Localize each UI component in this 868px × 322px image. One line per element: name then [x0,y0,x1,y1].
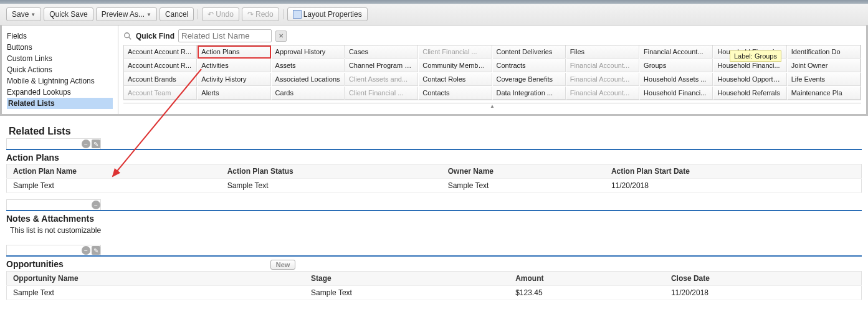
palette-item[interactable]: Content Deliveries [493,45,566,59]
palette-item[interactable]: Identification Do [788,45,861,59]
nav-item-expanded-lookups[interactable]: Expanded Lookups [7,87,113,98]
palette-item[interactable]: Contact Roles [419,73,492,86]
redo-button[interactable]: ↷ Redo [242,7,279,21]
table-row: Sample TextSample Text$123.4511/20/2018 [7,286,862,300]
preview-as-button[interactable]: Preview As... ▼ [96,7,157,21]
palette-panel: Quick Find ✕ Account Account R...Action … [118,26,866,114]
toolbar-divider [198,9,198,19]
undo-label: Undo [216,10,234,19]
remove-icon[interactable]: − [82,246,90,255]
palette-item[interactable]: Joint Owner [788,59,861,72]
svg-point-0 [125,32,130,37]
palette-item[interactable]: Life Events [788,73,861,86]
cell: 11/20/2018 [605,179,862,193]
cancel-button[interactable]: Cancel [160,7,194,21]
cell: Sample Text [442,179,605,193]
nav-item-related-lists[interactable]: Related Lists [7,98,113,109]
action-plans-section: Action Plans Action Plan NameAction Plan… [6,149,862,193]
palette-item[interactable]: Household Assets ... [640,73,713,86]
quick-save-button[interactable]: Quick Save [44,7,93,21]
section-title: Opportunities [6,259,64,269]
cell: Sample Text [305,286,509,300]
quick-find-input[interactable] [178,29,272,42]
palette-item[interactable]: Maintenance Pla [788,87,861,100]
palette-item[interactable]: Cards [272,87,345,100]
palette-item[interactable]: Groups [640,59,713,72]
section-tools: − ✎ [6,245,101,255]
action-plans-header: Action Plans [6,150,862,164]
nav-item-mobile-lightning-actions[interactable]: Mobile & Lightning Actions [7,75,113,87]
opportunities-table: Opportunity NameStageAmountClose Date Sa… [6,271,862,300]
nav-item-fields[interactable]: Fields [7,31,113,42]
palette-item[interactable]: Activities [198,59,270,72]
palette-item[interactable]: Activity History [198,73,270,86]
new-opportunity-button[interactable]: New [270,260,296,270]
palette-item[interactable]: Client Financial ... [419,45,492,59]
undo-button[interactable]: ↶ Undo [202,7,239,21]
palette-area: FieldsButtonsCustom LinksQuick ActionsMo… [0,26,868,116]
notes-subtext: This list is not customizable [6,225,862,239]
column-header: Amount [509,272,665,286]
palette-item[interactable]: Files [566,45,639,59]
redo-label: Redo [255,10,274,19]
palette-item[interactable]: Community Members [419,59,492,72]
palette-item[interactable]: Financial Account... [566,59,639,72]
palette-item[interactable]: Financial Account... [566,73,639,86]
opportunities-header: Opportunities New [6,257,862,271]
palette-item[interactable]: Alerts [198,87,270,100]
cell: $123.45 [509,286,665,300]
search-icon [123,32,132,40]
palette-item[interactable]: Contacts [419,87,492,100]
palette-item[interactable]: Contracts [493,59,566,72]
column-header: Action Plan Status [221,164,442,179]
save-button[interactable]: Save ▼ [6,7,41,21]
column-header: Stage [305,272,509,286]
palette-item[interactable]: Assets [272,59,345,72]
palette-item[interactable]: Action Plans [198,45,270,59]
palette-item[interactable]: Financial Account... [640,45,713,59]
undo-icon: ↶ [207,10,214,19]
cell: Sample Text [7,286,305,300]
caret-down-icon: ▼ [146,12,151,17]
remove-icon[interactable]: − [92,201,100,209]
nav-item-custom-links[interactable]: Custom Links [7,53,113,64]
palette-item[interactable]: Associated Locations [272,73,345,86]
palette-item[interactable]: Account Account R... [124,45,197,59]
layout-props-icon [293,10,302,19]
palette-item[interactable]: Household Financi... [640,87,713,100]
palette-item[interactable]: Client Financial ... [345,87,418,100]
palette-item[interactable]: Household Opportu... [713,73,786,86]
wrench-icon[interactable]: ✎ [92,140,100,148]
collapse-palette-bar[interactable]: ▲ [123,103,861,108]
column-header: Action Plan Start Date [605,164,862,179]
palette-item[interactable]: Coverage Benefits [493,73,566,86]
quick-find-label: Quick Find [136,32,174,40]
palette-item[interactable]: Financial Account... [566,87,639,100]
palette-item[interactable]: Client Assets and... [345,73,418,86]
redo-icon: ↷ [247,10,254,19]
palette-item[interactable]: Channel Program M... [345,59,418,72]
column-header: Action Plan Name [7,164,221,179]
clear-quick-find-button[interactable]: ✕ [275,31,287,42]
palette-item[interactable]: Account Brands [124,73,197,86]
layout-body: Related Lists − ✎ Action Plans Action Pl… [0,116,868,311]
palette-item[interactable]: Account Account R... [124,59,197,72]
svg-line-1 [129,37,131,39]
nav-item-quick-actions[interactable]: Quick Actions [7,64,113,75]
column-header: Close Date [665,272,862,286]
column-header: Opportunity Name [7,272,305,286]
chevron-up-icon: ▲ [490,103,495,109]
wrench-icon[interactable]: ✎ [92,246,100,255]
palette-item[interactable]: Household Financi... [713,45,786,59]
notes-section: Notes & Attachments This list is not cus… [6,210,862,239]
layout-properties-button[interactable]: Layout Properties [287,7,368,21]
palette-item[interactable]: Account Team [124,87,197,100]
palette-item[interactable]: Approval History [272,45,345,59]
palette-item[interactable]: Household Referrals [713,87,786,100]
palette-item[interactable]: Cases [345,45,418,59]
cell: Sample Text [221,179,442,193]
remove-icon[interactable]: − [82,140,90,148]
nav-item-buttons[interactable]: Buttons [7,42,113,53]
palette-item[interactable]: Data Integration ... [493,87,566,100]
palette-item[interactable]: Household Financi... [713,59,786,72]
